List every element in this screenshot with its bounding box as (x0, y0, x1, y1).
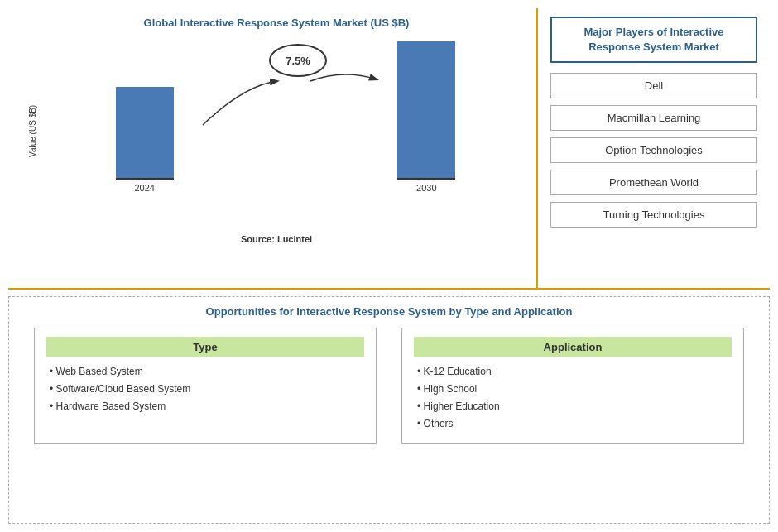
chart-area: Global Interactive Response System Marke… (8, 8, 538, 288)
player-item-promethean: Promethean World (550, 170, 757, 195)
player-item-dell: Dell (550, 73, 757, 98)
type-item-web: Web Based System (46, 366, 364, 377)
type-column: Type Web Based System Software/Cloud Bas… (34, 328, 377, 444)
bars-container: 2024 7.5% 2030 (43, 36, 528, 193)
player-item-turning: Turning Technologies (550, 202, 757, 228)
bottom-section: Opportunities for Interactive Response S… (8, 296, 770, 524)
type-item-hardware: Hardware Based System (46, 400, 364, 412)
player-item-option: Option Technologies (550, 137, 757, 163)
bar-label-2024: 2024 (134, 183, 154, 193)
app-item-higher: Higher Education (414, 400, 732, 412)
player-item-macmillan: Macmillan Learning (550, 105, 757, 131)
chart-plot: 2024 7.5% 2030 (43, 36, 528, 226)
application-header: Application (414, 337, 732, 357)
bar-2030 (397, 41, 455, 178)
y-axis-label: Value (US $B) (25, 36, 40, 226)
players-title: Major Players of Interactive Response Sy… (550, 17, 757, 63)
app-item-k12: K-12 Education (414, 366, 732, 377)
source-label: Source: Lucintel (25, 234, 528, 244)
top-section: Global Interactive Response System Marke… (8, 8, 770, 290)
app-item-highschool: High School (414, 383, 732, 395)
application-column: Application K-12 Education High School H… (401, 328, 744, 444)
bottom-title: Opportunities for Interactive Response S… (17, 305, 761, 318)
main-container: Global Interactive Response System Marke… (0, 0, 778, 532)
bottom-columns: Type Web Based System Software/Cloud Bas… (17, 328, 761, 444)
bar-label-2030: 2030 (416, 183, 436, 193)
growth-circle: 7.5% (269, 44, 327, 77)
bar-2024 (116, 87, 174, 178)
bar-group-2030: 2030 (397, 41, 455, 193)
chart-inner: Value (US $B) 2024 7.5% (25, 36, 528, 226)
chart-title: Global Interactive Response System Marke… (25, 17, 528, 29)
bar-group-2024: 2024 (116, 87, 174, 193)
app-item-others: Others (414, 418, 732, 429)
type-item-software: Software/Cloud Based System (46, 383, 364, 395)
players-area: Major Players of Interactive Response Sy… (538, 8, 770, 288)
type-header: Type (46, 337, 364, 357)
